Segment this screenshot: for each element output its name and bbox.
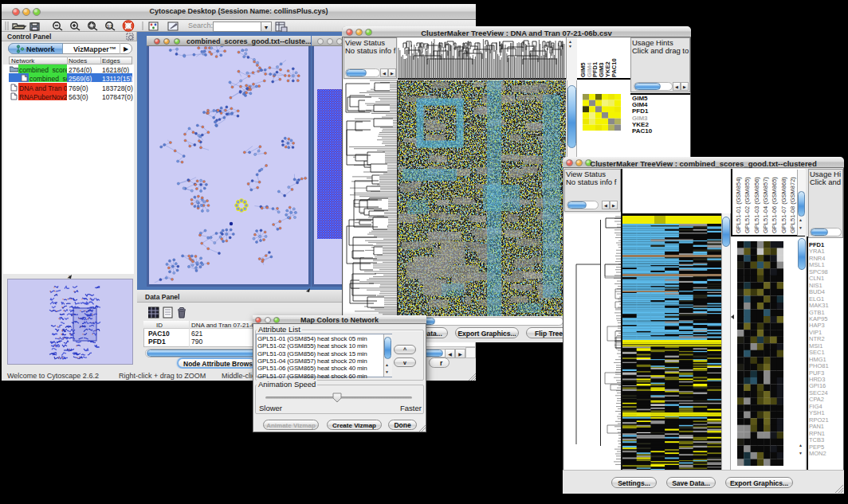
svg-text:Search:: Search: bbox=[188, 21, 213, 29]
svg-text:1:1: 1:1 bbox=[107, 24, 112, 29]
